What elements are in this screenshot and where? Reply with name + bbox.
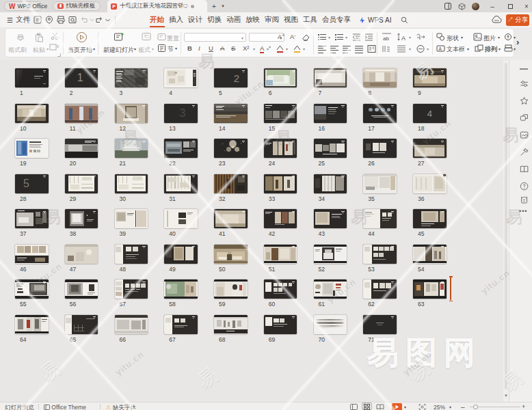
svg-text:A: A: [439, 46, 442, 51]
svg-text:A: A: [401, 35, 405, 42]
svg-text:ab: ab: [383, 36, 389, 42]
